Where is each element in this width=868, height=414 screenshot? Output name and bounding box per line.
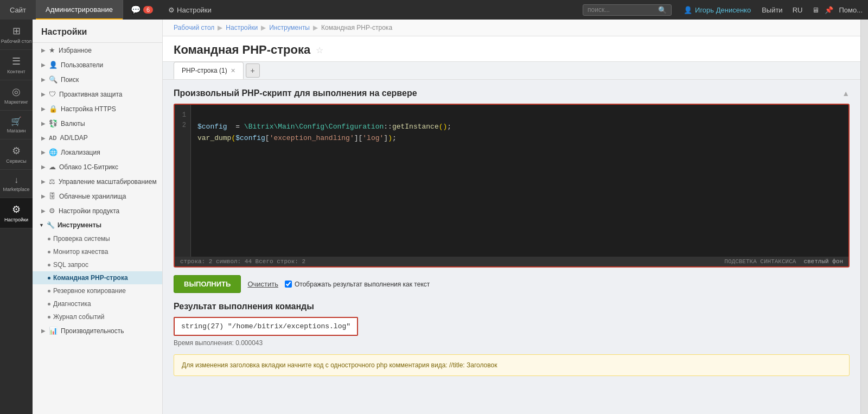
nav-item-shop[interactable]: 🛒 Магазин xyxy=(0,111,33,139)
tab-php-console[interactable]: PHP-строка (1) ✕ xyxy=(174,62,244,79)
nav-label-shop: Магазин xyxy=(7,128,26,133)
favorites-icon: ★ xyxy=(49,46,55,54)
pin-icon[interactable]: 📌 xyxy=(825,6,833,14)
nav-label-settings: Настройки xyxy=(4,217,28,222)
tab-close-btn[interactable]: ✕ xyxy=(231,67,235,74)
ad-icon: AD xyxy=(49,135,56,141)
sidebar-label-search: Поиск xyxy=(61,76,79,84)
collapse-btn[interactable]: ▲ xyxy=(842,89,850,98)
nav-item-content[interactable]: ☰ Контент xyxy=(0,50,33,80)
code-lines[interactable]: $config = \Bitrix\Main\Config\Configurat… xyxy=(191,105,848,257)
language-selector[interactable]: RU xyxy=(788,6,807,14)
code-ns: \Bitrix\Main\Config\Configuration xyxy=(244,123,384,131)
storage-icon: 🗄 xyxy=(49,192,56,200)
nav-item-marketplace[interactable]: ↓ Marketplace xyxy=(0,170,33,198)
logout-btn[interactable]: Выйти xyxy=(756,6,788,14)
breadcrumb-settings[interactable]: Настройки xyxy=(226,24,258,31)
dot-icon xyxy=(48,316,50,319)
sidebar-label-locale: Локализация xyxy=(61,149,100,156)
shield-icon: 🛡 xyxy=(49,90,56,98)
section-header: Произвольный PHP-скрипт для выполнения н… xyxy=(174,88,850,98)
breadcrumb-desktop[interactable]: Рабочий стол xyxy=(174,24,214,31)
code-bracket: () xyxy=(439,123,448,131)
nav-label-content: Контент xyxy=(7,69,25,74)
sidebar-item-event-log[interactable]: Журнал событий xyxy=(33,310,162,323)
topbar-notifications-btn[interactable]: 💬 6 xyxy=(123,5,161,15)
code-editor[interactable]: 1 2 $config = \Bitrix\Main\Config\Config… xyxy=(174,104,850,267)
show-as-text-checkbox[interactable] xyxy=(285,281,292,288)
sidebar-item-diagnostics[interactable]: Диагностика xyxy=(33,297,162,310)
sidebar-label-performance: Производительность xyxy=(61,327,124,335)
tools-icon: 🔧 xyxy=(47,221,55,229)
nav-item-marketing[interactable]: ◎ Маркетинг xyxy=(0,80,33,111)
sidebar-item-favorites[interactable]: ▶ ★ Избранное xyxy=(33,43,162,58)
monitor-icon[interactable]: 🖥 xyxy=(812,6,819,14)
sidebar-item-php-console[interactable]: Командная PHP-строка xyxy=(33,271,162,284)
dot-icon xyxy=(48,290,50,292)
notification-badge: 6 xyxy=(143,6,153,14)
topbar-settings-label: Настройки xyxy=(177,6,212,14)
sidebar-item-product-settings[interactable]: ▶ ⚙ Настройки продукта xyxy=(33,203,162,218)
sidebar-item-search[interactable]: ▶ 🔍 Поиск xyxy=(33,72,162,87)
topbar-user-btn[interactable]: 👤 Игорь Денисенко xyxy=(678,6,756,14)
nav-item-services[interactable]: ⚙ Сервисы xyxy=(0,139,33,170)
nav-item-desktop[interactable]: ⊞ Рабочий стол xyxy=(0,20,33,50)
breadcrumb-sep3: ▶ xyxy=(313,24,318,31)
sidebar-label-scaling: Управление масштабированием xyxy=(59,178,157,186)
right-edge xyxy=(860,20,868,414)
sidebar-group-tools[interactable]: ▼ 🔧 Инструменты xyxy=(33,218,162,232)
hint-box: Для изменения заголовка вкладки начните … xyxy=(174,354,850,376)
sidebar-item-backup[interactable]: Резервное копирование xyxy=(33,284,162,297)
clear-button[interactable]: Очистить xyxy=(247,280,278,288)
tab-add-btn[interactable]: + xyxy=(246,63,260,78)
topbar-admin-btn[interactable]: Администрирование xyxy=(36,0,123,20)
code-str2: 'log' xyxy=(362,134,384,142)
sidebar-item-https[interactable]: ▶ 🔒 Настройка HTTPS xyxy=(33,101,162,116)
user-name: Игорь Денисенко xyxy=(695,6,751,14)
sidebar-item-proactive[interactable]: ▶ 🛡 Проактивная защита xyxy=(33,87,162,101)
dot-active-icon xyxy=(48,277,50,279)
sidebar-item-locale[interactable]: ▶ 🌐 Локализация xyxy=(33,145,162,160)
user-icon: 👤 xyxy=(684,6,692,14)
sidebar-item-quality-monitor[interactable]: Монитор качества xyxy=(33,245,162,258)
sidebar-label-php-console: Командная PHP-строка xyxy=(53,274,128,282)
show-as-text-checkbox-label[interactable]: Отображать результат выполнения как текс… xyxy=(285,281,430,288)
lock-icon: 🔒 xyxy=(49,105,58,113)
light-mode-btn[interactable]: светлый фон xyxy=(803,258,843,265)
help-icon[interactable]: Помо... xyxy=(839,6,863,14)
sidebar-label-sql-query: SQL запрос xyxy=(53,261,88,269)
sidebar-item-cloud[interactable]: ▶ ☁ Облако 1С-Битрикс xyxy=(33,160,162,174)
favorite-star-icon[interactable]: ☆ xyxy=(316,45,323,55)
dot-icon xyxy=(48,303,50,305)
sidebar-item-adldap[interactable]: ▶ AD AD/LDAP xyxy=(33,131,162,145)
line-numbers: 1 2 xyxy=(175,105,191,257)
topbar-search-container: 🔍 xyxy=(583,4,672,16)
topbar-site-btn[interactable]: Сайт xyxy=(0,0,36,20)
sidebar-item-check-system[interactable]: Проверка системы xyxy=(33,232,162,245)
statusbar-line-info: строка: 2 символ: 44 Всего строк: 2 xyxy=(180,258,305,265)
sidebar-item-scaling[interactable]: ▶ ⚖ Управление масштабированием xyxy=(33,174,162,189)
services-icon: ⚙ xyxy=(12,145,21,157)
breadcrumb-sep1: ▶ xyxy=(218,24,222,31)
sidebar-item-currency[interactable]: ▶ 💱 Валюты xyxy=(33,116,162,131)
topbar-settings-btn[interactable]: ⚙ Настройки xyxy=(161,6,219,14)
topbar-extra-icons: 🖥 📌 Помо... xyxy=(807,6,868,14)
arrow-icon: ▶ xyxy=(41,77,46,82)
arrow-icon: ▶ xyxy=(41,62,46,68)
search-input[interactable] xyxy=(588,6,658,14)
breadcrumb-tools[interactable]: Инструменты xyxy=(269,24,310,31)
sidebar-item-sql-query[interactable]: SQL запрос xyxy=(33,258,162,271)
nav-label-marketing: Маркетинг xyxy=(4,99,28,105)
sidebar-item-performance[interactable]: ▶ 📊 Производительность xyxy=(33,323,162,338)
nav-item-settings[interactable]: ⚙ Настройки xyxy=(0,198,33,228)
sidebar-item-users[interactable]: ▶ 👤 Пользователи xyxy=(33,58,162,72)
execute-button[interactable]: ВЫПОЛНИТЬ xyxy=(174,275,241,293)
sidebar-label-diagnostics: Диагностика xyxy=(53,300,91,308)
arrow-icon: ▶ xyxy=(41,120,46,126)
marketplace-icon: ↓ xyxy=(14,175,18,185)
sidebar-item-cloud-storage[interactable]: ▶ 🗄 Облачные хранилища xyxy=(33,189,162,203)
content-area: Рабочий стол ▶ Настройки ▶ Инструменты ▶… xyxy=(163,20,860,414)
nav-label-desktop: Рабочий стол xyxy=(1,39,32,44)
dot-icon xyxy=(48,238,50,240)
arrow-icon: ▶ xyxy=(41,149,46,155)
